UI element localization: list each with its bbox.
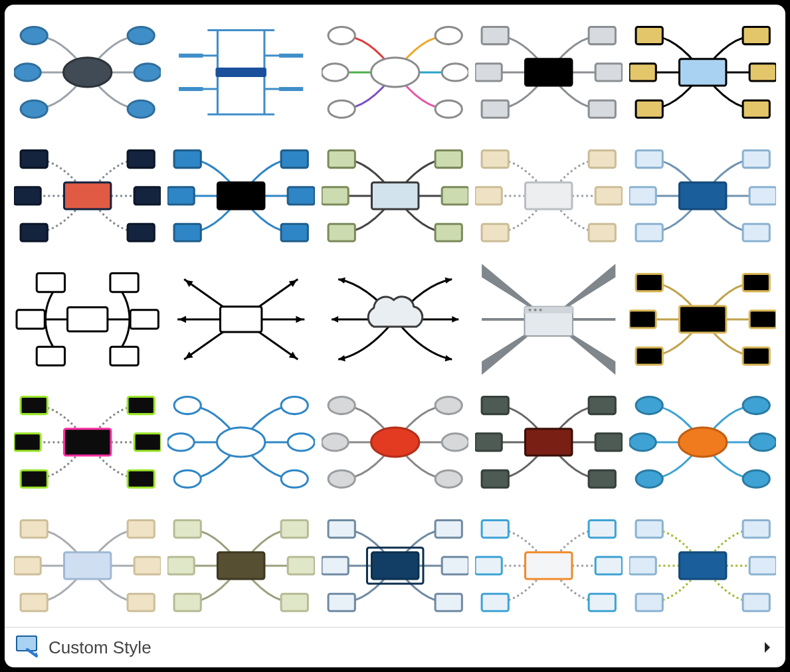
style-white-navy-inset[interactable] [322,507,468,624]
style-navy-orange-center[interactable] [14,137,161,254]
svg-rect-27 [482,27,508,44]
svg-rect-106 [128,397,154,414]
svg-rect-62 [482,150,508,167]
svg-rect-148 [281,521,308,538]
svg-rect-19 [216,68,266,77]
svg-rect-153 [218,552,264,579]
style-white-ovals-rainbow[interactable] [322,14,468,131]
svg-rect-162 [482,521,508,538]
style-grey-red-oval[interactable] [322,384,468,501]
svg-point-116 [174,471,201,488]
svg-rect-38 [636,100,662,118]
style-thin-blue-lines[interactable] [167,14,314,131]
svg-rect-34 [636,27,662,44]
svg-point-124 [435,471,462,488]
svg-rect-61 [371,183,418,209]
svg-rect-43 [14,187,41,205]
style-white-arc[interactable] [14,261,161,378]
svg-point-121 [322,434,348,451]
svg-rect-37 [749,64,776,81]
svg-rect-150 [288,557,315,574]
svg-rect-129 [595,434,622,451]
svg-rect-78 [37,273,64,292]
svg-point-122 [442,434,468,451]
svg-point-25 [435,100,462,118]
svg-rect-152 [281,594,308,611]
style-picker-panel: Custom Style [5,5,785,667]
style-tan-lightblue[interactable] [14,507,161,624]
svg-rect-32 [589,100,615,118]
custom-style-footer[interactable]: Custom Style [5,627,785,667]
style-cyan-orange-oval[interactable] [629,384,776,501]
style-cloud-arrows[interactable] [322,261,468,378]
svg-point-134 [743,397,769,414]
svg-rect-16 [179,87,203,91]
svg-point-133 [636,397,662,414]
style-blue-black-center[interactable] [167,137,314,254]
svg-rect-42 [128,150,154,167]
svg-rect-94 [525,306,573,313]
svg-rect-145 [128,594,154,611]
style-light-blue-navy-center[interactable] [629,137,776,254]
svg-rect-53 [281,224,308,241]
style-blue-ovals-dark-center[interactable] [14,14,161,131]
svg-rect-82 [37,347,64,365]
style-blue-lime-dotted[interactable] [629,507,776,624]
style-black-gold-border[interactable] [629,261,776,378]
svg-point-139 [678,428,726,457]
svg-rect-155 [435,521,462,538]
svg-point-112 [174,397,201,414]
svg-rect-12 [179,54,203,58]
svg-rect-109 [21,471,47,488]
svg-rect-67 [589,224,615,241]
style-slate-maroon[interactable] [475,384,622,501]
style-arrows-out[interactable] [167,261,314,378]
svg-rect-46 [128,224,154,241]
svg-rect-57 [322,187,348,205]
style-blue-orange-border[interactable] [475,507,622,624]
style-window-spikes[interactable] [475,261,622,378]
style-grid [5,5,785,627]
style-olive-brown-center[interactable] [167,507,314,624]
style-olive-green[interactable] [322,137,468,254]
svg-rect-45 [21,224,47,241]
style-black-lime-pink[interactable] [14,384,161,501]
svg-rect-158 [328,594,355,611]
svg-point-114 [167,434,194,451]
svg-rect-72 [749,187,776,205]
svg-rect-41 [21,150,47,167]
svg-rect-132 [526,429,572,456]
svg-rect-157 [442,557,468,574]
svg-rect-58 [442,187,468,205]
svg-point-1 [128,27,154,44]
style-beige-dotted[interactable] [475,137,622,254]
svg-rect-33 [526,59,572,86]
svg-point-117 [281,471,308,488]
svg-rect-167 [589,594,615,611]
svg-point-0 [21,27,47,44]
svg-rect-154 [328,521,355,538]
svg-rect-60 [435,224,462,241]
style-grey-black-center[interactable] [475,14,622,131]
svg-rect-147 [174,521,201,538]
chevron-right-icon [761,641,773,653]
svg-point-113 [281,397,308,414]
svg-rect-44 [134,187,161,205]
svg-point-3 [134,64,161,81]
svg-point-22 [322,64,348,81]
svg-rect-68 [526,183,572,209]
svg-point-21 [435,27,462,44]
svg-rect-49 [281,150,308,167]
svg-point-137 [636,471,662,488]
svg-rect-79 [110,273,138,292]
svg-rect-54 [218,183,264,209]
svg-rect-14 [279,54,303,58]
svg-rect-39 [743,100,769,118]
svg-rect-31 [482,100,508,118]
style-gold-blue-center[interactable] [629,14,776,131]
svg-rect-52 [174,224,201,241]
svg-rect-175 [679,552,726,579]
svg-point-120 [435,397,462,414]
style-blue-outline-ovals[interactable] [167,384,314,501]
svg-rect-102 [636,347,662,365]
